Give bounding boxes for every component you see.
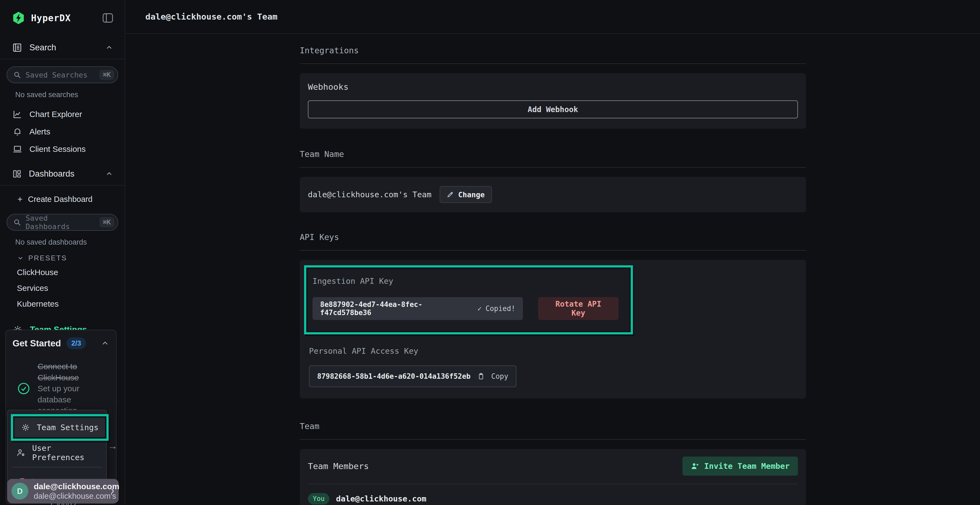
nav-label: Chart Explorer	[29, 110, 82, 119]
nav-label: Alerts	[29, 127, 50, 136]
webhooks-title: Webhooks	[308, 82, 798, 92]
section-divider	[300, 250, 806, 251]
search-icon	[13, 71, 21, 79]
member-name: dale@clickhouse.com	[336, 494, 426, 503]
saved-dashboards-input[interactable]: Saved Dashboards ⌘K	[6, 214, 118, 231]
chevron-right-icon: ›	[111, 484, 115, 497]
section-divider	[300, 167, 806, 168]
page-title: dale@clickhouse.com's Team	[145, 12, 277, 22]
api-keys-card: Ingestion API Key 8e887902-4ed7-44ea-8fe…	[300, 260, 806, 399]
chevron-up-icon[interactable]	[105, 170, 113, 178]
chevron-up-icon[interactable]	[101, 339, 110, 348]
check-circle-icon	[17, 382, 30, 395]
menu-item-user-preferences[interactable]: User Preferences	[11, 443, 103, 462]
saved-dashboards-shortcut: ⌘K	[99, 217, 115, 227]
invite-team-member-button[interactable]: Invite Team Member	[682, 457, 798, 476]
sidebar-item-alerts[interactable]: Alerts	[0, 123, 125, 140]
menu-item-label: User Preferences	[32, 443, 97, 462]
annotation-box-ingestion-key: Ingestion API Key 8e887902-4ed7-44ea-8fe…	[304, 265, 633, 334]
change-button-label: Change	[458, 191, 485, 199]
get-started-title: Get Started	[13, 338, 61, 349]
ingestion-key-label: Ingestion API Key	[312, 276, 619, 286]
sidebar-item-client-sessions[interactable]: Client Sessions	[0, 140, 125, 158]
menu-item-label: Team Settings	[37, 423, 99, 432]
personal-key-label: Personal API Access Key	[309, 346, 798, 356]
get-started-header[interactable]: Get Started 2/3	[13, 337, 110, 349]
section-heading-integrations: Integrations	[300, 46, 806, 55]
section-heading-team-name: Team Name	[300, 149, 806, 159]
main-content: Integrations Webhooks Add Webhook Team N…	[126, 34, 980, 505]
change-team-name-button[interactable]: Change	[440, 186, 492, 203]
saved-searches-input[interactable]: Saved Searches ⌘K	[6, 67, 118, 83]
clipboard-icon	[477, 373, 485, 380]
team-name-value: dale@clickhouse.com's Team	[308, 190, 431, 199]
hyperdx-bolt-icon	[11, 11, 25, 25]
sidebar-item-dashboards[interactable]: Dashboards	[0, 163, 125, 186]
personal-key-chip[interactable]: 87982668-58b1-4d6e-a620-014a136f52eb Cop…	[309, 365, 516, 387]
section-heading-api-keys: API Keys	[300, 232, 806, 242]
arrow-right-icon: →	[108, 440, 118, 452]
team-members-title: Team Members	[308, 461, 369, 471]
search-icon	[13, 218, 21, 226]
hyperdx-logo[interactable]: HyperDX	[11, 11, 71, 25]
pencil-icon	[447, 191, 454, 198]
topbar: dale@clickhouse.com's Team	[126, 0, 980, 34]
invite-button-label: Invite Team Member	[704, 462, 790, 471]
menu-item-team-settings[interactable]: Team Settings	[14, 418, 105, 437]
saved-dashboards-placeholder: Saved Dashboards	[25, 214, 95, 231]
chevron-down-icon	[17, 254, 24, 262]
member-row: You dale@clickhouse.com	[308, 493, 798, 505]
bell-icon	[13, 127, 22, 137]
add-webhook-button[interactable]: Add Webhook	[308, 100, 798, 118]
rotate-api-key-button[interactable]: Rotate API Key	[538, 297, 619, 320]
chevron-up-icon[interactable]	[105, 43, 113, 52]
main-area: dale@clickhouse.com's Team Integrations …	[126, 0, 980, 505]
you-badge: You	[308, 493, 329, 505]
sidebar-item-chart-explorer[interactable]: Chart Explorer	[0, 106, 125, 123]
profile-name: dale@clickhouse.com	[34, 482, 105, 491]
sidebar-dashboards-label: Dashboards	[29, 169, 74, 179]
copy-label: Copy	[492, 372, 509, 380]
dashboard-grid-icon	[12, 169, 22, 179]
preset-item-services[interactable]: Services	[0, 280, 125, 296]
create-dashboard-label: Create Dashboard	[28, 195, 92, 204]
step-text: Connect to ClickHouse Set up your databa…	[38, 361, 110, 416]
no-saved-searches-text: No saved searches	[15, 91, 125, 99]
preset-item-kubernetes[interactable]: Kubernetes	[0, 296, 125, 312]
profile-card[interactable]: D dale@clickhouse.com dale@clickhouse.co…	[7, 479, 119, 503]
profile-team: dale@clickhouse.com's	[34, 492, 105, 501]
team-name-card: dale@clickhouse.com's Team Change	[300, 177, 806, 212]
person-plus-icon	[690, 462, 699, 470]
sidebar-item-search[interactable]: Search	[0, 37, 125, 59]
check-icon: ✓	[477, 305, 482, 313]
progress-badge: 2/3	[67, 337, 86, 349]
chart-icon	[13, 110, 22, 119]
laptop-icon	[13, 144, 22, 154]
nav-label: Client Sessions	[29, 145, 86, 154]
copied-status: ✓ Copied!	[477, 305, 515, 313]
sidebar-search-label: Search	[29, 43, 56, 52]
menu-divider	[12, 467, 102, 467]
no-saved-dashboards-text: No saved dashboards	[15, 238, 125, 246]
brand-name: HyperDX	[31, 13, 71, 24]
user-gear-icon	[16, 448, 25, 457]
presets-toggle[interactable]: PRESETS	[0, 251, 125, 264]
ingestion-key-value: 8e887902-4ed7-44ea-8fec-f47cd578be36	[320, 300, 469, 317]
create-dashboard-button[interactable]: + Create Dashboard	[0, 192, 125, 207]
annotation-box-team-settings: Team Settings	[11, 414, 109, 441]
section-divider	[300, 64, 806, 64]
avatar: D	[11, 483, 28, 500]
preset-item-clickhouse[interactable]: ClickHouse	[0, 264, 125, 280]
ingestion-key-chip[interactable]: 8e887902-4ed7-44ea-8fec-f47cd578be36 ✓ C…	[312, 297, 523, 320]
presets-label: PRESETS	[28, 254, 67, 262]
personal-key-value: 87982668-58b1-4d6e-a620-014a136f52eb	[317, 372, 471, 380]
step-title: Connect to ClickHouse	[38, 361, 110, 383]
webhooks-card: Webhooks Add Webhook	[300, 73, 806, 129]
gear-icon	[21, 423, 30, 432]
get-started-step-connect[interactable]: Connect to ClickHouse Set up your databa…	[13, 361, 110, 416]
copied-text: Copied!	[485, 305, 515, 313]
sidebar-header: HyperDX	[0, 0, 125, 25]
section-divider	[300, 439, 806, 440]
collapse-sidebar-icon[interactable]	[102, 13, 114, 24]
journal-search-icon	[12, 43, 22, 53]
